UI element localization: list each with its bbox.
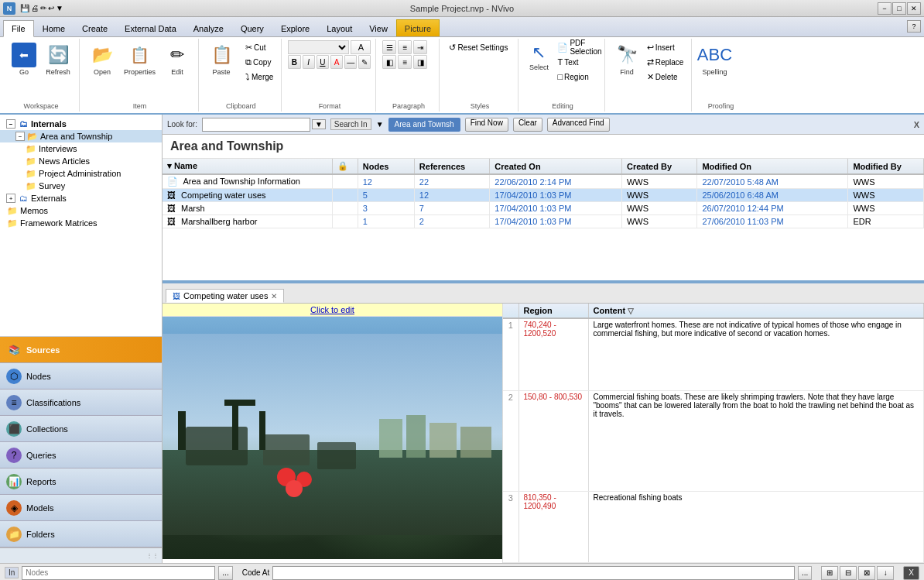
ribbon-help-btn[interactable]: ? bbox=[907, 20, 921, 33]
nav-nodes[interactable]: ⬡ Nodes bbox=[0, 363, 162, 390]
tab-layout[interactable]: Layout bbox=[318, 19, 361, 36]
code-btn4[interactable]: ↓ bbox=[877, 566, 894, 580]
align-left-btn[interactable]: ◧ bbox=[382, 55, 396, 69]
tab-explore[interactable]: Explore bbox=[272, 19, 318, 36]
ribbon-help-buttons[interactable]: ? bbox=[907, 20, 921, 33]
nav-collections[interactable]: ⬛ Collections bbox=[0, 416, 162, 442]
close-button[interactable]: ✕ bbox=[907, 2, 921, 15]
region-row[interactable]: 2 150,80 - 800,530 Commercial fishing bo… bbox=[503, 391, 924, 492]
reset-settings-button[interactable]: ↺ Reset Settings bbox=[446, 40, 511, 54]
font-color-btn2[interactable]: A bbox=[330, 55, 343, 69]
open-button[interactable]: 📂 Open bbox=[86, 40, 118, 78]
tree-item-internals[interactable]: − 🗂 Internals bbox=[0, 118, 162, 130]
region-button[interactable]: □ Region bbox=[554, 70, 604, 84]
nav-sources[interactable]: 📚 Sources bbox=[0, 337, 162, 363]
search-close-button[interactable]: X bbox=[914, 120, 919, 129]
look-for-input[interactable] bbox=[202, 118, 310, 132]
table-row[interactable]: 🖼 Marshallberg harbor 1 2 17/04/2010 1:0… bbox=[163, 215, 924, 228]
nav-models[interactable]: ◈ Models bbox=[0, 495, 162, 521]
click-to-edit-link[interactable]: Click to edit bbox=[310, 305, 354, 314]
code-at-browse-btn[interactable]: ... bbox=[798, 566, 812, 580]
nav-classifications[interactable]: ≡ Classifications bbox=[0, 390, 162, 416]
col-modified-by[interactable]: Modified By bbox=[848, 159, 924, 174]
merge-button[interactable]: ⤵ Merge bbox=[242, 70, 276, 84]
spelling-button[interactable]: ABC Spelling bbox=[698, 40, 731, 78]
paste-button[interactable]: 📋 Paste bbox=[205, 40, 238, 78]
search-in-label[interactable]: Search In bbox=[330, 118, 371, 130]
col-nodes[interactable]: Nodes bbox=[358, 159, 414, 174]
list-ordered-btn[interactable]: ≡ bbox=[398, 40, 412, 54]
text-button[interactable]: T Text bbox=[554, 55, 604, 69]
insert-button[interactable]: ↩ Insert bbox=[644, 40, 687, 54]
advanced-find-button[interactable]: Advanced Find bbox=[547, 118, 610, 132]
table-row[interactable]: 📄 Area and Township Information 12 22 22… bbox=[163, 174, 924, 189]
replace-button[interactable]: ⇄ Replace bbox=[644, 55, 687, 69]
content-filter-icon[interactable]: ▽ bbox=[628, 307, 634, 315]
competing-water-uses-tab[interactable]: 🖼 Competing water uses ✕ bbox=[166, 289, 284, 303]
find-now-button[interactable]: Find Now bbox=[465, 118, 508, 132]
region-row[interactable]: 3 810,350 - 1200,490 Recreational fishin… bbox=[503, 491, 924, 562]
minimize-button[interactable]: − bbox=[878, 2, 891, 15]
underline-button[interactable]: U bbox=[317, 55, 329, 69]
delete-button[interactable]: ✕ Delete bbox=[644, 70, 687, 84]
region-row[interactable]: 1 740,240 - 1200,520 Large waterfront ho… bbox=[503, 318, 924, 391]
italic-button[interactable]: I bbox=[303, 55, 315, 69]
tab-picture[interactable]: Picture bbox=[396, 19, 440, 36]
select-button[interactable]: ↖ Select bbox=[525, 40, 553, 74]
nodes-input[interactable] bbox=[22, 566, 215, 580]
list-unordered-btn[interactable]: ☰ bbox=[382, 40, 396, 54]
table-row[interactable]: 🖼 Competing water uses 5 12 17/04/2010 1… bbox=[163, 189, 924, 202]
col-name[interactable]: ▾ Name bbox=[163, 159, 332, 174]
table-row[interactable]: 🖼 Marsh 3 7 17/04/2010 1:03 PM WWS 26/07… bbox=[163, 202, 924, 215]
highlight-btn[interactable]: ✎ bbox=[358, 55, 371, 69]
tab-file[interactable]: File bbox=[3, 20, 34, 37]
tab-create[interactable]: Create bbox=[74, 19, 116, 36]
col-region-coord[interactable]: Region bbox=[518, 304, 588, 318]
expand-area-township[interactable]: − bbox=[15, 132, 25, 141]
tab-query[interactable]: Query bbox=[232, 19, 272, 36]
nav-folders[interactable]: 📁 Folders bbox=[0, 521, 162, 547]
refresh-button[interactable]: 🔄 Refresh bbox=[42, 40, 74, 78]
find-button[interactable]: 🔭 Find bbox=[611, 40, 642, 78]
tree-item-memos[interactable]: 📁 Memos bbox=[0, 204, 162, 217]
tree-item-project-admin[interactable]: 📁 Project Administration bbox=[0, 167, 162, 180]
font-family-select[interactable] bbox=[288, 40, 349, 54]
close-code-bar-btn[interactable]: X bbox=[903, 566, 919, 580]
tree-item-area-township[interactable]: − 📂 Area and Township bbox=[0, 130, 162, 142]
col-region-content[interactable]: Content ▽ bbox=[588, 304, 924, 318]
expand-externals[interactable]: + bbox=[6, 194, 15, 203]
col-modified-on[interactable]: Modified On bbox=[697, 159, 848, 174]
go-button[interactable]: ⬅ Go bbox=[8, 40, 40, 78]
copy-button[interactable]: ⧉ Copy bbox=[242, 55, 276, 69]
expand-internals[interactable]: − bbox=[6, 119, 15, 129]
properties-button[interactable]: 📋 Properties bbox=[120, 40, 159, 78]
code-btn2[interactable]: ⊟ bbox=[840, 566, 857, 580]
pdf-selection-button[interactable]: 📄 PDF Selection bbox=[554, 40, 604, 54]
nav-queries[interactable]: ? Queries bbox=[0, 442, 162, 468]
tree-item-interviews[interactable]: 📁 Interviews bbox=[0, 142, 162, 155]
col-created-on[interactable]: Created On bbox=[490, 159, 622, 174]
edit-button[interactable]: ✏ Edit bbox=[161, 40, 193, 78]
tab-view[interactable]: View bbox=[361, 19, 396, 36]
tab-external-data[interactable]: External Data bbox=[116, 19, 185, 36]
panel-resize-bar[interactable]: ⋮⋮ bbox=[0, 547, 162, 563]
tree-item-framework[interactable]: 📁 Framework Matrices bbox=[0, 217, 162, 229]
code-at-input[interactable] bbox=[272, 566, 795, 580]
look-for-dropdown-btn[interactable]: ▼ bbox=[312, 119, 326, 129]
tree-item-externals[interactable]: + 🗂 Externals bbox=[0, 192, 162, 204]
code-btn1[interactable]: ⊞ bbox=[821, 566, 838, 580]
title-bar-controls[interactable]: − □ ✕ bbox=[878, 2, 921, 15]
align-right-btn[interactable]: ◨ bbox=[413, 55, 427, 69]
tree-item-survey[interactable]: 📁 Survey bbox=[0, 180, 162, 192]
strikethrough-btn[interactable]: — bbox=[344, 55, 357, 69]
maximize-button[interactable]: □ bbox=[892, 2, 906, 15]
clear-button[interactable]: Clear bbox=[513, 118, 542, 132]
nav-reports[interactable]: 📊 Reports bbox=[0, 468, 162, 495]
search-in-dropdown[interactable]: ▼ bbox=[376, 120, 384, 129]
close-tab-btn[interactable]: ✕ bbox=[271, 292, 277, 300]
tab-home[interactable]: Home bbox=[34, 19, 74, 36]
font-color-btn[interactable]: A bbox=[351, 40, 371, 54]
tab-analyze[interactable]: Analyze bbox=[185, 19, 232, 36]
code-btn3[interactable]: ⊠ bbox=[858, 566, 875, 580]
tree-item-news-articles[interactable]: 📁 News Articles bbox=[0, 155, 162, 167]
